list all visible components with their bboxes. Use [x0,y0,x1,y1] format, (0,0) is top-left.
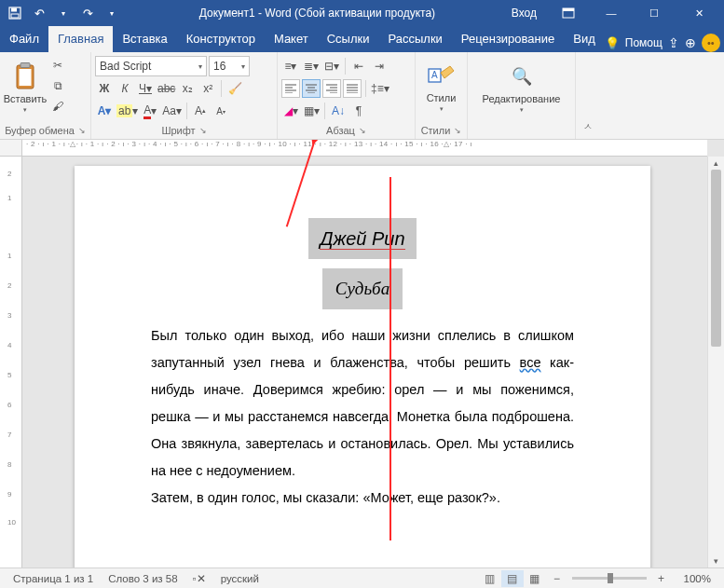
line-spacing-icon[interactable]: ‡≡▾ [370,79,390,98]
zoom-in-icon[interactable]: + [650,570,673,587]
login-link[interactable]: Вход [512,7,544,20]
ruler-corner [0,140,22,157]
superscript-button[interactable]: x² [198,79,217,98]
ribbon-options-icon[interactable] [550,0,587,26]
undo-icon[interactable]: ↶ [28,2,50,24]
decrease-indent-icon[interactable]: ⇤ [349,57,368,75]
clipboard-launcher[interactable]: ↘ [78,126,86,135]
subscript-button[interactable]: x₂ [178,79,197,98]
strike-button[interactable]: abc [157,79,176,98]
font-launcher[interactable]: ↘ [199,126,207,135]
tab-file[interactable]: Файл [0,26,48,52]
tab-design[interactable]: Конструктор [177,26,265,52]
scroll-up-icon[interactable]: ▴ [708,157,724,170]
justify-icon[interactable] [343,79,362,98]
tab-view[interactable]: Вид [564,26,605,52]
status-words[interactable]: Слово 3 из 58 [101,573,184,584]
cut-icon[interactable]: ✂ [48,56,67,75]
svg-rect-1 [11,8,17,12]
styles-launcher[interactable]: ↘ [454,126,461,135]
multilevel-icon[interactable]: ⊟▾ [322,57,341,75]
format-painter-icon[interactable]: 🖌 [48,97,67,116]
paste-label: Вставить [4,93,48,104]
document-body[interactable]: Джей Рип Судьба Был только один выход, и… [75,166,650,530]
doc-paragraph-1: Был только один выход, ибо наши жизни сп… [151,322,574,485]
editing-label: Редактирование [483,93,561,104]
align-right-icon[interactable] [322,79,341,98]
page[interactable]: Джей Рип Судьба Был только один выход, и… [75,166,650,567]
svg-rect-4 [563,8,574,11]
scroll-down-icon[interactable]: ▾ [708,554,724,567]
editing-button[interactable]: 🔍 Редактирование ▾ [473,54,570,121]
styles-button[interactable]: A Стили ▾ [419,54,463,121]
shrink-font-icon[interactable]: A▾ [212,102,230,120]
status-page[interactable]: Страница 1 из 1 [6,573,101,584]
vertical-ruler[interactable]: 21 12 34 56 78 910 [0,157,22,567]
font-name-combo[interactable]: Bad Script▾ [95,56,207,76]
shading-icon[interactable]: ◢▾ [281,102,300,120]
font-size-combo[interactable]: 16▾ [209,56,250,76]
tab-mailings[interactable]: Рассылки [378,26,451,52]
paragraph-launcher[interactable]: ↘ [359,126,366,135]
document-area: · 2 · ı · 1 · ı ·△· ı · 1 · ı · 2 · ı · … [0,140,724,567]
web-layout-icon[interactable]: ▦ [524,570,546,587]
tab-home[interactable]: Главная [48,26,113,52]
qat-dd[interactable]: ▾ [52,2,75,24]
collapse-ribbon-icon[interactable]: ㅅ [576,52,600,139]
zoom-slider[interactable] [572,577,647,580]
maximize-icon[interactable]: ☐ [635,0,673,26]
scroll-thumb[interactable] [711,170,721,347]
styles-icon: A [427,62,457,90]
sort-icon[interactable]: A↓ [329,102,348,120]
numbering-icon[interactable]: ≣▾ [302,57,321,75]
tab-insert[interactable]: Вставка [113,26,176,52]
horizontal-ruler[interactable]: · 2 · ı · 1 · ı ·△· ı · 1 · ı · 2 · ı · … [22,140,707,157]
status-proof-icon[interactable]: ▫✕ [185,572,213,585]
highlight-icon[interactable]: ab▾ [116,102,139,120]
borders-icon[interactable]: ▦▾ [302,102,321,120]
increase-indent-icon[interactable]: ⇥ [370,57,389,75]
comment-icon[interactable]: ⊕ [685,35,696,50]
font-color-icon[interactable]: A▾ [141,102,159,120]
tab-references[interactable]: Ссылки [318,26,379,52]
italic-button[interactable]: К [116,79,134,98]
close-icon[interactable]: ✕ [678,0,720,26]
tell-me-icon[interactable]: 💡 [605,36,620,50]
print-layout-icon[interactable]: ▤ [501,570,524,587]
tab-layout[interactable]: Макет [265,26,318,52]
save-icon[interactable] [4,2,26,24]
minimize-icon[interactable]: — [593,0,630,26]
bold-button[interactable]: Ж [95,79,114,98]
doc-paragraph-2: Затем, в один голос, мы сказали: «Может,… [151,485,574,512]
change-case-button[interactable]: Aa▾ [161,102,183,120]
ribbon: Вставить ▾ ✂ ⧉ 🖌 Буфер обмена↘ Bad Scrip… [0,52,724,140]
status-language[interactable]: русский [213,573,266,584]
bullets-icon[interactable]: ≡▾ [281,57,300,75]
copy-icon[interactable]: ⧉ [48,76,67,95]
tell-me-label[interactable]: Помощ [625,36,663,49]
zoom-level[interactable]: 100% [676,573,718,584]
titlebar: ↶ ▾ ↷ ▾ Документ1 - Word (Сбой активации… [0,0,724,26]
annotation-line-2 [389,177,391,540]
align-center-icon[interactable] [302,79,321,98]
tab-review[interactable]: Рецензирование [452,26,564,52]
underline-button[interactable]: Ч▾ [136,79,155,98]
svg-rect-2 [11,14,19,18]
read-mode-icon[interactable]: ▥ [479,570,501,587]
vertical-scrollbar[interactable]: ▴ ▾ [707,157,724,567]
zoom-out-icon[interactable]: − [546,570,568,587]
share-icon[interactable]: ⇪ [668,35,679,50]
feedback-icon[interactable]: •• [702,34,720,52]
ribbon-tabs: Файл Главная Вставка Конструктор Макет С… [0,26,724,52]
align-left-icon[interactable] [281,79,300,98]
grow-font-icon[interactable]: A▴ [191,102,210,120]
clear-format-icon[interactable]: 🧹 [225,79,244,98]
svg-rect-6 [20,63,30,68]
paste-button[interactable]: Вставить ▾ [4,54,47,121]
show-marks-icon[interactable]: ¶ [349,102,368,120]
text-effects-icon[interactable]: A▾ [95,102,114,120]
font-group-label: Шрифт [161,125,195,136]
qat-customize[interactable]: ▾ [101,2,123,24]
find-icon: 🔍 [507,62,537,91]
redo-icon[interactable]: ↷ [76,2,99,24]
